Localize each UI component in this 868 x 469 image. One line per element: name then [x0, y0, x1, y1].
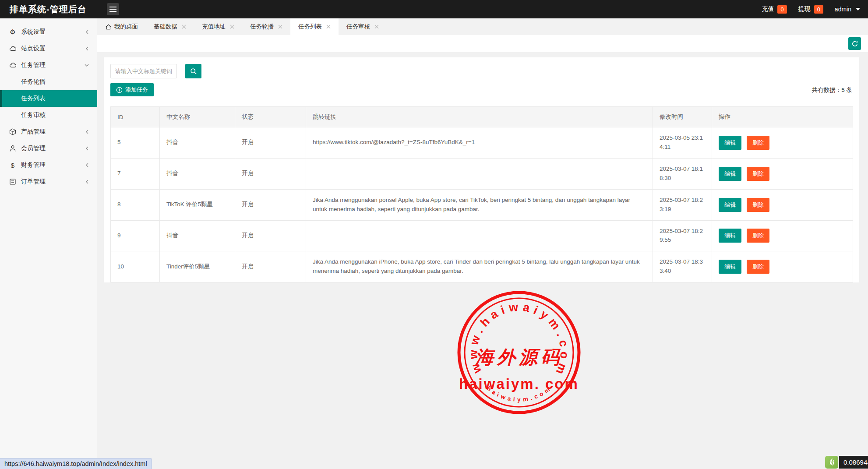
sidebar-fold-button[interactable]: [107, 3, 119, 15]
sidebar-item-finance-management[interactable]: $ 财务管理: [0, 157, 97, 173]
sidebar-item-label: 站点设置: [21, 45, 46, 53]
search-button[interactable]: [185, 64, 201, 78]
delete-button[interactable]: 删除: [747, 198, 769, 212]
sidebar-item-task-list[interactable]: 任务列表: [0, 90, 97, 107]
table-row: 5 抖音 开启 https://www.tiktok.com/@lazadath…: [111, 127, 853, 159]
edit-button[interactable]: 编辑: [719, 198, 741, 212]
table-header-row: ID 中文名称 状态 跳转链接 修改时间 操作: [111, 107, 853, 127]
delete-button[interactable]: 删除: [747, 167, 769, 181]
tab-basic-data[interactable]: 基础数据: [146, 18, 194, 35]
username: admin: [835, 6, 851, 13]
chevron-left-icon: [85, 162, 89, 168]
sidebar-item-label: 会员管理: [21, 145, 46, 152]
cell-name: TikToK 评价5颗星: [160, 189, 235, 220]
sidebar-item-site-settings[interactable]: 站点设置: [0, 40, 97, 57]
col-actions: 操作: [712, 107, 853, 127]
watermark-stamp: www.haiwaiym.com 海外源码 haiwaiym. com haiw…: [455, 288, 583, 417]
recharge-menu[interactable]: 充值 0: [762, 5, 787, 14]
sidebar-item-task-carousel[interactable]: 任务轮播: [0, 74, 97, 90]
page-load-time: 0.086944s: [839, 456, 868, 469]
stamp-arc-text: www.haiwaiym.com: [467, 300, 572, 380]
recharge-label: 充值: [762, 5, 774, 13]
cell-link: https://www.tiktok.com/@lazadath?_t=ZS-8…: [306, 127, 653, 159]
cloud-icon: [9, 62, 17, 69]
search-icon: [190, 68, 197, 75]
delete-button[interactable]: 删除: [747, 136, 769, 150]
close-icon[interactable]: [326, 25, 331, 29]
tab-my-desktop[interactable]: 我的桌面: [97, 18, 146, 35]
cell-actions: 编辑 删除: [712, 251, 853, 282]
close-icon[interactable]: [182, 25, 186, 29]
tab-label: 充值地址: [202, 23, 226, 31]
cell-status: 开启: [235, 220, 306, 251]
topbar-right: 充值 0 提现 0 admin: [762, 0, 860, 18]
tab-label: 任务轮播: [250, 23, 274, 31]
tab-recharge-address[interactable]: 充值地址: [194, 18, 242, 35]
edit-button[interactable]: 编辑: [719, 260, 741, 274]
cell-time: 2025-03-07 18:29:55: [653, 220, 712, 251]
cell-status: 开启: [235, 189, 306, 220]
chevron-left-icon: [85, 179, 89, 184]
search-input[interactable]: [110, 64, 177, 78]
cell-link: [306, 220, 653, 251]
admin-page: 排单系统-管理后台 充值 0 提现 0 admin ⚙ 系统设置: [0, 0, 868, 469]
delete-button[interactable]: 删除: [747, 229, 769, 243]
cell-actions: 编辑 删除: [712, 127, 853, 159]
add-task-label: 添加任务: [125, 86, 148, 94]
refresh-button[interactable]: [848, 37, 861, 50]
task-table: ID 中文名称 状态 跳转链接 修改时间 操作 5 抖音 开启 https://…: [110, 106, 853, 282]
delete-button[interactable]: 删除: [747, 260, 769, 274]
stamp-bottom-arc-text: haiwaiym.com: [486, 384, 553, 403]
chevron-left-icon: [85, 29, 89, 35]
sidebar-item-task-review[interactable]: 任务审核: [0, 107, 97, 123]
tab-task-list[interactable]: 任务列表: [290, 18, 339, 35]
cell-id: 9: [111, 220, 160, 251]
close-icon[interactable]: [278, 25, 282, 29]
flame-icon[interactable]: [825, 456, 838, 469]
chevron-left-icon: [85, 146, 89, 151]
recharge-count-badge: 0: [777, 5, 787, 14]
sidebar-item-task-management[interactable]: 任务管理: [0, 57, 97, 74]
person-icon: [9, 145, 17, 152]
sidebar: ⚙ 系统设置 站点设置 任务管理 任务轮播 任务列表 任务审核: [0, 18, 97, 469]
col-name: 中文名称: [160, 107, 235, 127]
withdraw-menu[interactable]: 提现 0: [798, 5, 823, 14]
sidebar-item-order-management[interactable]: 订单管理: [0, 173, 97, 190]
content-panel: 添加任务 共有数据：5 条 ID 中文名称 状态 跳转链接 修改时间 操作 5 …: [104, 57, 859, 282]
sidebar-item-label: 任务管理: [21, 61, 46, 69]
tab-task-review[interactable]: 任务审核: [339, 18, 387, 35]
document-list-icon: [9, 178, 17, 185]
toolbar-strip: [97, 35, 868, 52]
sidebar-item-system-settings[interactable]: ⚙ 系统设置: [0, 24, 97, 40]
caret-down-icon: [856, 8, 860, 11]
sidebar-item-label: 产品管理: [21, 128, 46, 136]
add-task-button[interactable]: 添加任务: [110, 83, 154, 96]
sidebar-item-label: 系统设置: [21, 28, 46, 36]
chevron-left-icon: [85, 129, 89, 134]
sidebar-item-label: 订单管理: [21, 178, 46, 186]
load-time-widget: 0.086944s: [825, 456, 868, 469]
cell-link: Jika Anda menggunakan ponsel Apple, buka…: [306, 189, 653, 220]
col-id: ID: [111, 107, 160, 127]
edit-button[interactable]: 编辑: [719, 136, 741, 150]
cell-id: 10: [111, 251, 160, 282]
col-time: 修改时间: [653, 107, 712, 127]
tab-task-carousel[interactable]: 任务轮播: [242, 18, 290, 35]
close-icon[interactable]: [374, 25, 379, 29]
close-icon[interactable]: [230, 25, 234, 29]
withdraw-label: 提现: [798, 5, 811, 13]
stamp-brand-text: haiwaiym. com: [459, 376, 579, 392]
user-menu[interactable]: admin: [835, 6, 860, 13]
total-count-text: 共有数据：5 条: [812, 86, 852, 94]
edit-button[interactable]: 编辑: [719, 229, 741, 243]
cell-actions: 编辑 删除: [712, 189, 853, 220]
chevron-left-icon: [85, 46, 89, 51]
home-icon: [105, 24, 112, 30]
cell-status: 开启: [235, 158, 306, 189]
sidebar-item-label: 任务列表: [21, 95, 46, 102]
cell-actions: 编辑 删除: [712, 220, 853, 251]
cube-icon: [9, 128, 17, 135]
sidebar-item-product-management[interactable]: 产品管理: [0, 123, 97, 140]
edit-button[interactable]: 编辑: [719, 167, 741, 181]
sidebar-item-member-management[interactable]: 会员管理: [0, 140, 97, 157]
